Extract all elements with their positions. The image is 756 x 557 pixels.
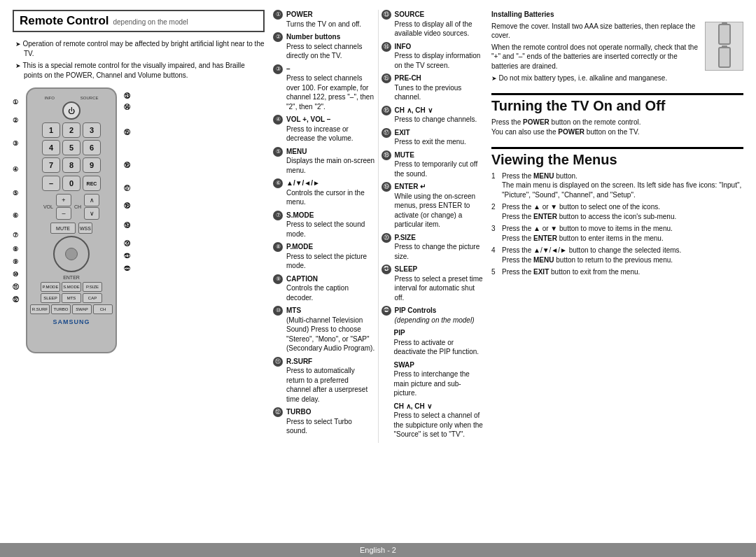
label-21: ㉑ [124,250,130,262]
left-column: Remote Control depending on the model Op… [13,10,265,533]
mts-btn[interactable]: MTS [62,293,81,303]
batteries-section: Installing Batteries Remove the cover. I… [491,10,743,83]
nav-circle[interactable] [53,236,90,272]
exit-bold-5: EXIT [533,268,549,276]
btn-desc-swap: Press to interchange the main picture an… [394,369,484,398]
numpad: 1 2 3 4 5 6 7 8 9 [42,122,101,173]
btn-name-prech: PRE-CH [395,73,484,83]
btn-name-vol: VOL +, VOL – [286,115,375,125]
turbo-btn[interactable]: TURBO [51,304,71,314]
viewing-step-1: 1 Press the MENU button. The main menu i… [491,171,743,200]
btn-desc-source: Press to display all of the available vi… [395,20,484,38]
btn-menu: ⑤ MENU Displays the main on-screen menu. [273,147,375,176]
num-18: ⑱ [382,150,391,160]
ch-down[interactable]: ∨ [84,207,99,220]
label-8: ⑧ [13,243,19,255]
btn-sleep: ㉑ SLEEP Press to select a preset time in… [382,265,484,302]
swap-btn[interactable]: SWAP [72,304,92,314]
mute-btn[interactable]: MUTE [50,223,76,234]
smode-btn[interactable]: S.MODE [62,282,81,292]
btn-0[interactable]: 0 [62,176,80,191]
btn-name-smode: S.MODE [286,211,375,220]
btn-desc-turbo: Press to select Turbo sound. [286,417,375,436]
btn-name-rsurf: R.SURF [286,357,375,367]
btn-name-enter: ENTER ↵ [395,182,484,192]
batteries-text1: Remove the cover. Install two AAA size b… [491,22,699,41]
btn-9[interactable]: 9 [83,157,101,173]
btn-1[interactable]: 1 [42,122,60,138]
btn-pmode: ⑧ P.MODE Press to select the picture mod… [273,242,375,271]
btn-2[interactable]: 2 [62,122,80,138]
psize-btn[interactable]: P.SIZE [83,282,102,292]
btn-name-pip-btn: PIP [394,328,484,338]
btn-8[interactable]: 8 [62,157,80,173]
btn-enter: ⑲ ENTER ↵ While using the on-screen menu… [382,182,484,230]
turning-on-off-section: Turning the TV On and Off Press the POWE… [491,93,743,137]
btn-dash[interactable]: – [42,176,60,191]
btn-name-ch-pip: CH ∧, CH ∨ [394,402,484,411]
btn-desc-mts: (Multi-channel Television Sound) Press t… [286,316,375,353]
btn-name-info: INFO [395,42,484,52]
caption-btn[interactable]: CAP [83,293,102,303]
viewing-step-4: 4 Press the ▲/▼/◄/► button to change the… [491,246,743,265]
btn-desc-vol: Press to increase or decrease the volume… [286,125,375,143]
intro-bullets: Operation of remote control may be affec… [13,39,265,80]
num-16: ⑯ [382,106,391,115]
step-text-4: Press the ▲/▼/◄/► button to change the s… [502,246,743,265]
btn-smode: ⑦ S.MODE Press to select the sound mode. [273,211,375,239]
btn-3[interactable]: 3 [83,122,101,138]
btn-4[interactable]: 4 [42,140,60,155]
btn-7[interactable]: 7 [42,157,60,173]
viewing-step-2: 2 Press the ▲ or ▼ button to select one … [491,202,743,221]
num-14: ⑭ [382,42,391,52]
btn-name-number: Number buttons [286,32,375,42]
vertical-divider [378,10,379,443]
vol-up[interactable]: + [56,194,71,206]
label-13: ⑬ [124,90,130,101]
viewing-step-5: 5 Press the EXIT button to exit from the… [491,267,743,277]
num-12: ⑫ [273,407,283,417]
num-10: ⑩ [273,306,283,316]
btn-nav: ⑥ ▲/▼/◄/► Controls the cursor in the men… [273,178,375,207]
btn-5[interactable]: 5 [62,140,80,155]
btn-6[interactable]: 6 [83,140,101,155]
ch-up[interactable]: ∧ [84,194,99,206]
pip-subtitle: (depending on the model) [395,316,484,325]
btn-caption: ⑨ CAPTION Controls the caption decoder. [273,274,375,303]
btn-source: ⑬ SOURCE Press to display all of the ava… [382,10,484,38]
btn-desc-mute: Press to temporarily cut off the sound. [395,160,484,178]
btn-desc-power: Turns the TV on and off. [286,20,375,29]
btn-turbo: ⑫ TURBO Press to select Turbo sound. [273,407,375,436]
btn-swap: SWAP Press to interchange the main pictu… [382,360,484,398]
mid-right: ⑬ SOURCE Press to display all of the ava… [382,10,484,443]
num-7: ⑦ [273,211,283,220]
step-num-4: 4 [491,246,498,265]
btn-desc-pip: Press to activate or deactivate the PIP … [394,338,484,357]
vol-down[interactable]: – [56,207,71,220]
num-17: ⑰ [382,128,391,138]
remote-control-header: Remote Control depending on the model [13,10,265,32]
btn-mute: ⑱ MUTE Press to temporarily cut off the … [382,150,484,179]
viewing-step-3: 3 Press the ▲ or ▼ button to move to ite… [491,224,743,243]
step-text-5: Press the EXIT button to exit from the m… [502,267,743,277]
btn-name-nav: ▲/▼/◄/► [286,178,375,188]
btn-desc-nav: Controls the cursor in the menu. [286,188,375,207]
enter-center[interactable] [65,248,78,260]
label-11: ⑪ [13,281,19,293]
label-16: ⑯ [124,152,130,178]
pmode-btn[interactable]: P.MODE [41,282,60,292]
btn-recall[interactable]: REC [83,176,101,191]
ch-small-btn[interactable]: CH [93,304,113,314]
wss-btn[interactable]: WSS [78,223,92,234]
label-7: ⑦ [13,227,19,243]
ch-text: CH [74,204,81,209]
num-19: ⑲ [382,182,391,192]
power-button[interactable]: ⏻ [62,101,80,120]
sleep-btn[interactable]: SLEEP [41,293,60,303]
rsurf-btn[interactable]: R.SURF [30,304,50,314]
btn-desc-psize: Press to change the picture size. [395,242,484,261]
source-label: SOURCE [80,96,99,100]
page: Remote Control depending on the model Op… [0,0,756,557]
btn-name-swap: SWAP [394,360,484,370]
btn-desc-caption: Controls the caption decoder. [286,283,375,302]
